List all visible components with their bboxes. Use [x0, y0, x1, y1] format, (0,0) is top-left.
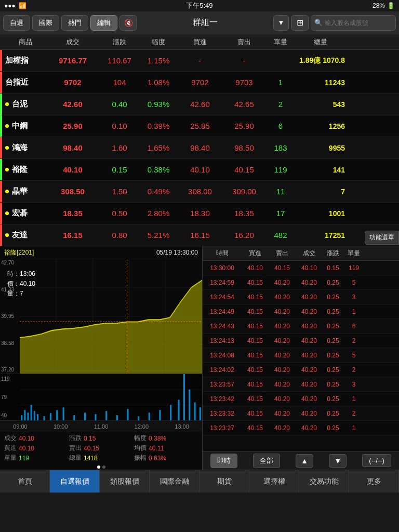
cell-vol: 17	[265, 209, 296, 218]
tab-custom[interactable]: 自選	[3, 15, 30, 31]
svg-rect-26	[73, 415, 75, 420]
table-row[interactable]: 宏碁 18.35 0.50 2.80% 18.30 18.35 17 1001	[0, 203, 399, 224]
svg-rect-18	[27, 413, 29, 420]
tick-row[interactable]: 13:24:02 40.15 40.20 40.20 0.25 2	[203, 363, 399, 377]
tab-edit[interactable]: 編輯	[90, 15, 117, 31]
cell-product: 宏碁	[0, 208, 47, 218]
status-bar: ●●● 📶 下午5:49 28% 🔋	[0, 0, 399, 11]
tick-all-btn[interactable]: 全部	[253, 454, 280, 468]
volume-chart: 119 79 40	[0, 374, 202, 420]
header-product: 商品	[0, 37, 47, 47]
tick-cell-sell: 40.20	[269, 410, 296, 417]
cell-price: 98.40	[47, 143, 99, 152]
nav-trade[interactable]: 交易功能	[299, 470, 349, 493]
cell-pct: 0.93%	[140, 100, 177, 109]
table-row[interactable]: 鴻海 98.40 1.60 1.65% 98.40 98.50 183 9955	[0, 137, 399, 159]
nav-intl[interactable]: 國際金融	[150, 470, 200, 493]
svg-rect-23	[50, 413, 51, 420]
row-left-bar	[0, 50, 2, 71]
nav-watchlist[interactable]: 自選報價	[50, 470, 100, 493]
row-left-bar	[0, 115, 2, 137]
tick-controls: 即時 全部 ▲ ▼ (--/--)	[203, 451, 399, 470]
table-body: 加權指 9716.77 110.67 1.15% - - 1.89億 1070.…	[0, 50, 399, 246]
tick-cell-time: 13:23:57	[203, 381, 242, 388]
grid-button[interactable]: ⊞	[291, 15, 309, 31]
cell-total: 7	[296, 188, 347, 196]
tick-cell-vol: 1	[343, 308, 364, 315]
tick-cell-price: 40.20	[296, 352, 323, 359]
cell-vol: 6	[265, 122, 296, 130]
search-icon: 🔍	[314, 19, 323, 26]
tick-cell-chg: 0.25	[323, 410, 343, 417]
tick-cell-price: 40.20	[296, 323, 323, 330]
tick-up-btn[interactable]: ▲	[296, 454, 313, 468]
cell-price: 25.90	[47, 122, 99, 130]
stat-amp-val: 0.63%	[149, 455, 166, 462]
nav-more[interactable]: 更多	[349, 470, 399, 493]
table-row[interactable]: 裕隆 40.10 0.15 0.38% 40.10 40.15 119 141	[0, 159, 399, 181]
nav-home[interactable]: 首頁	[0, 470, 50, 493]
page-dot-1	[97, 466, 100, 469]
tick-row[interactable]: 13:24:43 40.15 40.20 40.20 0.25 6	[203, 319, 399, 334]
nav-sector[interactable]: 類股報價	[100, 470, 150, 493]
cell-sell: 98.50	[223, 143, 265, 152]
stat-buy-label: 買進	[4, 444, 17, 453]
table-row[interactable]: 加權指 9716.77 110.67 1.15% - - 1.89億 1070.…	[0, 50, 399, 72]
product-name-text: 鴻海	[12, 143, 28, 153]
tick-cell-sell: 40.20	[269, 366, 296, 374]
row-left-bar	[0, 137, 2, 158]
volume-icon[interactable]: 🔇	[119, 15, 137, 31]
cell-change: 1.60	[99, 143, 140, 152]
stat-chg-label: 漲跌	[69, 434, 82, 443]
svg-rect-25	[63, 407, 64, 420]
tick-cell-chg: 0.25	[323, 294, 343, 301]
nav-futures[interactable]: 期貨	[200, 470, 249, 493]
tick-row[interactable]: 13:24:59 40.15 40.20 40.20 0.25 5	[203, 275, 399, 290]
tab-hot[interactable]: 熱門	[61, 15, 88, 31]
tick-row[interactable]: 13:30:00 40.10 40.15 40.10 0.15 119	[203, 261, 399, 275]
tick-row[interactable]: 13:23:57 40.15 40.20 40.20 0.25 3	[203, 377, 399, 392]
tab-intl[interactable]: 國際	[32, 15, 59, 31]
y-label-2: 41.33	[0, 287, 20, 292]
cell-buy: 308.00	[177, 187, 223, 196]
tick-row[interactable]: 13:23:27 40.15 40.20 40.20 0.25 1	[203, 421, 399, 435]
tick-row[interactable]: 13:23:32 40.15 40.20 40.20 0.25 2	[203, 406, 399, 421]
tick-row[interactable]: 13:23:42 40.15 40.20 40.20 0.25 1	[203, 392, 399, 406]
tick-cell-price: 40.20	[296, 395, 323, 403]
stat-amp: 振幅 0.63%	[134, 454, 198, 462]
cell-vol: 482	[265, 231, 296, 240]
table-row[interactable]: 台泥 42.60 0.40 0.93% 42.60 42.65 2 543	[0, 94, 399, 115]
chart-date: 05/19 13:30:00	[156, 249, 198, 256]
table-row[interactable]: 台指近 9702 104 1.08% 9702 9703 1 11243	[0, 72, 399, 94]
tick-row[interactable]: 13:24:54 40.15 40.20 40.20 0.25 3	[203, 290, 399, 304]
func-select-button[interactable]: 功能選單	[365, 231, 399, 245]
stat-chg: 漲跌 0.15	[69, 434, 133, 443]
cell-buy: 16.15	[177, 231, 223, 240]
tick-cell-price: 40.20	[296, 294, 323, 301]
search-bar[interactable]: 🔍	[311, 15, 396, 31]
tick-row[interactable]: 13:24:49 40.15 40.20 40.20 0.25 1	[203, 304, 399, 319]
status-dot	[5, 146, 9, 150]
svg-rect-34	[159, 410, 161, 420]
tick-realtime-btn[interactable]: 即時	[210, 454, 237, 468]
cell-total: 9955	[296, 144, 347, 152]
chart-stats: 成交 40.10 漲跌 0.15 幅度 0.38% 買進 40.10 賣出 40…	[0, 432, 202, 464]
tick-row[interactable]: 13:24:08 40.15 40.20 40.20 0.25 5	[203, 348, 399, 363]
search-input[interactable]	[325, 19, 392, 26]
table-row[interactable]: 中鋼 25.90 0.10 0.39% 25.85 25.90 6 1256	[0, 115, 399, 137]
cell-total: 1001	[296, 209, 347, 218]
group-dropdown[interactable]: ▼	[273, 15, 289, 31]
page-indicator	[0, 464, 202, 470]
tick-cell-price: 40.20	[296, 366, 323, 374]
table-row[interactable]: 友達 16.15 0.80 5.21% 16.15 16.20 482 1725…	[0, 224, 399, 246]
tick-dash-btn[interactable]: (--/--)	[362, 454, 391, 467]
tick-cell-time: 13:24:13	[203, 337, 242, 344]
tick-row[interactable]: 13:24:13 40.15 40.20 40.20 0.25 2	[203, 334, 399, 348]
tick-cell-price: 40.20	[296, 381, 323, 388]
svg-rect-31	[127, 409, 128, 420]
tick-header-chg: 漲跌	[323, 249, 343, 258]
cell-sell: 9703	[223, 78, 265, 87]
table-row[interactable]: 晶華 308.50 1.50 0.49% 308.00 309.00 11 7	[0, 181, 399, 203]
nav-options[interactable]: 選擇權	[249, 470, 299, 493]
tick-down-btn[interactable]: ▼	[329, 454, 347, 468]
